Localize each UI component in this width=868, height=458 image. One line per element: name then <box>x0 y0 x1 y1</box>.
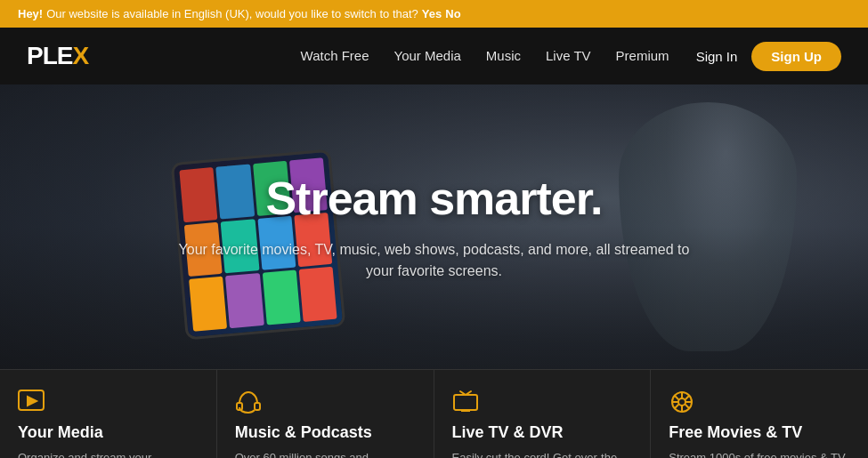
nav-item-premium[interactable]: Premium <box>616 48 669 64</box>
tv-icon <box>452 390 484 414</box>
signup-button[interactable]: Sign Up <box>751 42 841 71</box>
features-section: Your Media Organize and stream your pers… <box>0 369 868 458</box>
logo[interactable]: PLEX <box>27 42 88 70</box>
feature-your-media: Your Media Organize and stream your pers… <box>0 370 217 458</box>
nav-link-premium[interactable]: Premium <box>616 48 669 63</box>
navbar: PLEX Watch Free Your Media Music Live TV… <box>0 28 868 84</box>
feature-free-movies-desc: Stream 1000s of free movies & TV shows o… <box>669 449 850 458</box>
banner-message: Our website is available in English (UK)… <box>46 7 418 20</box>
notification-banner: Hey! Our website is available in English… <box>0 0 868 28</box>
banner-hey: Hey! <box>18 7 43 20</box>
svg-point-8 <box>678 398 685 406</box>
feature-music-podcasts-title: Music & Podcasts <box>235 423 416 442</box>
nav-link-your-media[interactable]: Your Media <box>394 48 461 63</box>
nav-item-watch-free[interactable]: Watch Free <box>301 48 369 64</box>
feature-music-podcasts-desc: Over 60 million songs and podcasts, inte… <box>235 449 416 458</box>
svg-rect-4 <box>454 395 477 410</box>
svg-marker-1 <box>28 397 37 406</box>
feature-your-media-title: Your Media <box>18 423 199 442</box>
svg-line-13 <box>675 396 679 400</box>
svg-line-16 <box>675 405 679 409</box>
logo-accent: X <box>72 42 88 69</box>
nav-actions: Sign In Sign Up <box>696 42 841 71</box>
feature-live-tv-desc: Easily cut the cord! Get over-the-air li… <box>452 449 633 458</box>
nav-item-your-media[interactable]: Your Media <box>394 48 461 64</box>
feature-free-movies-title: Free Movies & TV <box>669 423 850 442</box>
feature-live-tv: Live TV & DVR Easily cut the cord! Get o… <box>434 370 652 458</box>
feature-music-podcasts: Music & Podcasts Over 60 million songs a… <box>217 370 434 458</box>
nav-link-live-tv[interactable]: Live TV <box>546 48 591 63</box>
tablet-tile <box>189 277 227 332</box>
hero-content: Stream smarter. Your favorite movies, TV… <box>167 172 702 282</box>
nav-link-watch-free[interactable]: Watch Free <box>301 48 369 63</box>
hero-subtitle: Your favorite movies, TV, music, web sho… <box>167 239 702 282</box>
play-icon <box>18 390 50 414</box>
feature-your-media-desc: Organize and stream your personal collec… <box>18 449 199 458</box>
hero-section: Stream smarter. Your favorite movies, TV… <box>0 84 868 369</box>
nav-item-music[interactable]: Music <box>486 48 521 64</box>
feature-free-movies: Free Movies & TV Stream 1000s of free mo… <box>651 370 868 458</box>
hero-title: Stream smarter. <box>167 172 702 225</box>
banner-no-link[interactable]: No <box>445 7 460 20</box>
svg-rect-3 <box>255 403 260 410</box>
feature-live-tv-title: Live TV & DVR <box>452 423 633 442</box>
nav-item-live-tv[interactable]: Live TV <box>546 48 591 64</box>
signin-button[interactable]: Sign In <box>696 49 738 64</box>
movies-icon <box>669 390 701 414</box>
svg-line-15 <box>685 396 690 400</box>
headphones-icon <box>235 390 267 414</box>
svg-line-14 <box>685 405 690 409</box>
nav-links: Watch Free Your Media Music Live TV Prem… <box>301 48 669 64</box>
banner-yes-link[interactable]: Yes <box>422 7 442 20</box>
nav-link-music[interactable]: Music <box>486 48 521 63</box>
